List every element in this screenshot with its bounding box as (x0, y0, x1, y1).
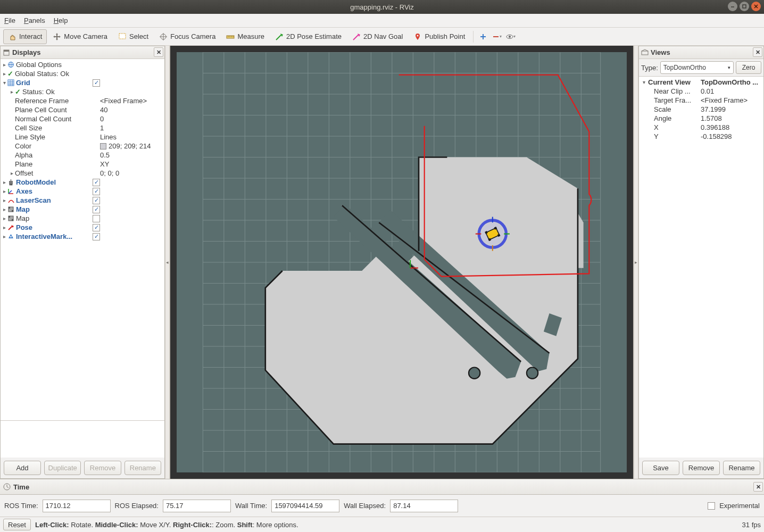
status-hint: Left-Click: Rotate. Middle-Click: Move X… (35, 521, 298, 529)
svg-rect-31 (9, 181, 13, 184)
tree-item-offset[interactable]: ▸Offset0; 0; 0 (1, 169, 164, 178)
svg-rect-26 (8, 80, 14, 86)
tree-item-axes[interactable]: ▸Axes✓ (1, 187, 164, 196)
tree-item[interactable]: Normal Cell Count0 (1, 114, 164, 123)
tree-item[interactable]: Color209; 209; 214 (1, 142, 164, 151)
window-titlebar: gmapping.rviz - RViz (0, 0, 764, 14)
tool-visibility-icon[interactable]: ▾ (504, 30, 517, 43)
tree-item[interactable]: Reference Frame<Fixed Frame> (1, 96, 164, 105)
tree-item[interactable]: Target Fra...<Fixed Frame> (639, 96, 763, 105)
globe-icon (7, 61, 14, 68)
tree-item[interactable]: Near Clip ...0.01 (639, 87, 763, 96)
crosshair-icon (159, 32, 168, 41)
svg-rect-43 (12, 219, 13, 221)
tree-item-grid[interactable]: ▾Grid✓ (1, 78, 164, 87)
tree-item-pose[interactable]: ▸Pose✓ (1, 223, 164, 232)
tree-item-laserscan[interactable]: ▸LaserScan✓ (1, 196, 164, 205)
tool-move-camera[interactable]: Move Camera (48, 29, 112, 44)
tree-item[interactable]: Scale37.1999 (639, 105, 763, 114)
menu-help[interactable]: Help (54, 16, 68, 24)
checkbox[interactable]: ✓ (93, 233, 100, 240)
tool-publish-point[interactable]: Publish Point (409, 29, 470, 44)
tree-item[interactable]: X0.396188 (639, 123, 763, 132)
views-panel-header[interactable]: Views ✕ (639, 46, 763, 59)
checkbox[interactable]: ✓ (93, 197, 100, 204)
close-icon[interactable]: ✕ (753, 482, 763, 492)
svg-rect-40 (12, 210, 13, 212)
tree-item[interactable]: Alpha0.5 (1, 151, 164, 160)
tree-item[interactable]: Line StyleLines (1, 132, 164, 142)
svg-rect-42 (9, 216, 10, 218)
tool-2d-pose-estimate[interactable]: 2D Pose Estimate (270, 29, 346, 44)
svg-rect-39 (9, 207, 10, 209)
clock-icon (3, 483, 11, 491)
tree-item-robot-model[interactable]: ▸RobotModel✓ (1, 178, 164, 187)
splitter-right[interactable]: ▸ (634, 46, 638, 479)
splitter-left[interactable]: ◂ (165, 46, 170, 479)
tool-remove-icon[interactable]: ▾ (491, 30, 503, 43)
tree-item[interactable]: Cell Size1 (1, 123, 164, 132)
tree-item-global-status[interactable]: ▸✓Global Status: Ok (1, 69, 164, 78)
separator (473, 31, 474, 43)
experimental-checkbox[interactable] (708, 502, 715, 510)
tree-item[interactable]: Angle1.5708 (639, 114, 763, 123)
checkbox[interactable]: ✓ (93, 179, 100, 186)
tool-measure[interactable]: Measure (221, 29, 269, 44)
close-icon[interactable]: ✕ (753, 47, 762, 57)
views-tree[interactable]: ▾Current ViewTopDownOrtho ... Near Clip … (639, 77, 763, 458)
tree-item[interactable]: Plane Cell Count40 (1, 105, 164, 114)
menu-file[interactable]: File (4, 16, 15, 24)
zero-button[interactable]: Zero (736, 61, 761, 74)
tree-item[interactable]: PlaneXY (1, 160, 164, 169)
svg-point-20 (509, 36, 511, 38)
tree-item-current-view[interactable]: ▾Current ViewTopDownOrtho ... (639, 78, 763, 87)
checkbox[interactable]: ✓ (93, 206, 100, 213)
marker-icon (7, 233, 14, 240)
3d-viewport[interactable] (170, 46, 634, 479)
ros-elapsed-field[interactable]: 75.17 (163, 500, 231, 512)
view-type-dropdown[interactable]: TopDownOrtho▾ (660, 61, 734, 74)
remove-button[interactable]: Remove (683, 461, 720, 475)
tree-item-global-options[interactable]: ▸Global Options (1, 60, 164, 69)
rename-button[interactable]: Rename (723, 461, 760, 475)
tool-2d-nav-goal[interactable]: 2D Nav Goal (347, 29, 408, 44)
tool-focus-camera[interactable]: Focus Camera (154, 29, 220, 44)
tool-interact[interactable]: Interact (3, 29, 47, 44)
checkbox[interactable]: ✓ (93, 224, 100, 231)
tool-select[interactable]: Select (113, 29, 153, 44)
fps-indicator: 31 fps (742, 521, 761, 529)
time-panel-header[interactable]: Time ✕ (0, 479, 764, 495)
displays-tree[interactable]: ▸Global Options ▸✓Global Status: Ok ▾Gri… (1, 59, 164, 420)
tree-item[interactable]: Y-0.158298 (639, 132, 763, 141)
tree-item-interactive-markers[interactable]: ▸InteractiveMark...✓ (1, 232, 164, 241)
check-icon: ✓ (15, 88, 21, 96)
svg-line-14 (353, 35, 359, 40)
wall-elapsed-field[interactable]: 87.14 (390, 500, 458, 512)
tree-item-map[interactable]: ▸Map (1, 214, 164, 223)
check-icon: ✓ (7, 70, 13, 78)
window-maximize-button[interactable] (740, 2, 749, 11)
checkbox[interactable] (93, 215, 100, 222)
duplicate-button: Duplicate (44, 461, 81, 475)
arrow-green-icon (275, 32, 284, 41)
save-button[interactable]: Save (642, 461, 679, 475)
experimental-label: Experimental (719, 502, 760, 510)
reset-button[interactable]: Reset (3, 519, 31, 530)
window-close-button[interactable] (751, 2, 761, 11)
displays-panel-header[interactable]: Displays ✕ (1, 46, 164, 59)
tool-add-icon[interactable] (477, 30, 489, 43)
add-button[interactable]: Add (4, 461, 41, 475)
displays-buttons: Add Duplicate Remove Rename (1, 458, 164, 478)
menu-panels[interactable]: Panels (24, 16, 45, 24)
checkbox[interactable]: ✓ (93, 79, 100, 87)
ros-time-field[interactable]: 1710.12 (43, 500, 111, 512)
wall-time-field[interactable]: 1597094414.59 (271, 500, 339, 512)
checkbox[interactable]: ✓ (93, 188, 100, 195)
panel-ctrl-icon (3, 49, 10, 56)
tree-item-map[interactable]: ▸Map✓ (1, 205, 164, 214)
close-icon[interactable]: ✕ (154, 47, 163, 57)
ros-time-label: ROS Time: (4, 502, 38, 510)
wall-elapsed-label: Wall Elapsed: (344, 502, 386, 510)
window-minimize-button[interactable] (728, 2, 737, 11)
tree-item-grid-status[interactable]: ▸✓Status: Ok (1, 87, 164, 96)
